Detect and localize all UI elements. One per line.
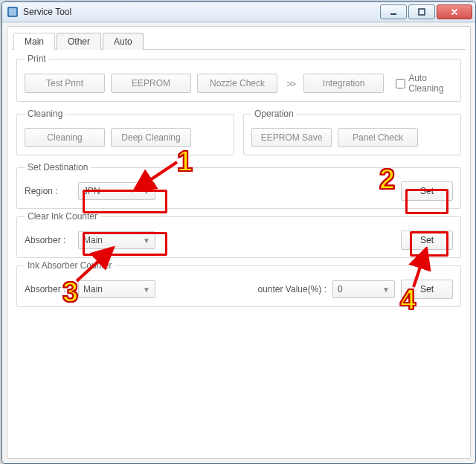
close-button[interactable] (437, 4, 472, 19)
group-cleaning: Cleaning Cleaning Deep Cleaning (16, 114, 234, 155)
auto-cleaning-input[interactable] (396, 79, 405, 88)
window-buttons (380, 4, 472, 19)
tab-page-main: Print Test Print EEPROM Nozzle Check >> … (12, 49, 466, 319)
ink-absorber-label: Absorber : (25, 284, 72, 294)
counter-value-label: ounter Value(%) : (258, 284, 327, 294)
maximize-button[interactable] (408, 4, 435, 19)
tab-auto[interactable]: Auto (103, 33, 144, 50)
more-icon: >> (283, 78, 298, 89)
client-area: Main Other Auto Print Test Print EEPROM … (7, 26, 471, 459)
group-ink-absorber-legend: Ink Absorber Counter (25, 260, 115, 271)
app-icon (7, 6, 19, 18)
app-window: Service Tool Main Other Auto (1, 1, 476, 464)
group-clear-ink-legend: Clear Ink Counter (25, 211, 100, 222)
ink-absorber-value: Main (83, 284, 103, 294)
counter-value-combo[interactable]: 0 ▼ (332, 280, 395, 298)
region-value: JPN (83, 186, 100, 196)
cleaning-button[interactable]: Cleaning (25, 128, 105, 147)
eeprom-save-button[interactable]: EEPROM Save (251, 128, 332, 147)
window-title: Service Tool (23, 7, 380, 17)
chevron-down-icon: ▼ (382, 286, 390, 294)
svg-rect-2 (390, 13, 396, 15)
group-ink-absorber: Ink Absorber Counter Absorber : Main ▼ o… (16, 265, 461, 307)
region-combo[interactable]: JPN ▼ (78, 182, 155, 200)
chevron-down-icon: ▼ (143, 236, 150, 245)
tab-strip: Main Other Auto (7, 27, 470, 49)
svg-rect-1 (9, 8, 16, 16)
nozzle-check-button[interactable]: Nozzle Check (197, 74, 277, 93)
group-set-destination-legend: Set Destination (25, 162, 91, 173)
svg-rect-3 (419, 9, 425, 15)
counter-value: 0 (338, 284, 343, 294)
minimize-button[interactable] (380, 4, 407, 19)
ink-absorber-set-button[interactable]: Set (401, 280, 453, 299)
group-set-destination: Set Destination Region : JPN ▼ Set (16, 167, 461, 209)
group-operation-legend: Operation (251, 109, 297, 119)
auto-cleaning-checkbox[interactable]: Auto Cleaning (396, 73, 453, 94)
group-cleaning-legend: Cleaning (25, 109, 65, 119)
group-clear-ink: Clear Ink Counter Absorber : Main ▼ Set (16, 216, 461, 258)
deep-cleaning-button[interactable]: Deep Cleaning (111, 128, 191, 147)
eeprom-button[interactable]: EEPROM (111, 74, 191, 93)
tab-main[interactable]: Main (13, 33, 55, 50)
group-print: Print Test Print EEPROM Nozzle Check >> … (16, 59, 461, 102)
clear-ink-absorber-combo[interactable]: Main ▼ (78, 231, 155, 249)
region-label: Region : (25, 186, 72, 196)
clear-ink-absorber-label: Absorber : (25, 235, 72, 245)
panel-check-button[interactable]: Panel Check (338, 128, 418, 147)
group-print-legend: Print (25, 54, 49, 64)
ink-absorber-combo[interactable]: Main ▼ (78, 280, 155, 298)
chevron-down-icon: ▼ (143, 187, 150, 196)
chevron-down-icon: ▼ (143, 286, 150, 294)
set-destination-set-button[interactable]: Set (401, 181, 453, 201)
titlebar: Service Tool (2, 2, 475, 22)
clear-ink-absorber-value: Main (83, 235, 103, 245)
tab-other[interactable]: Other (57, 33, 101, 50)
group-operation: Operation EEPROM Save Panel Check (243, 114, 461, 155)
integration-button[interactable]: Integration (303, 74, 384, 93)
test-print-button[interactable]: Test Print (25, 74, 105, 93)
auto-cleaning-label: Auto Cleaning (408, 73, 453, 94)
clear-ink-set-button[interactable]: Set (401, 231, 453, 250)
